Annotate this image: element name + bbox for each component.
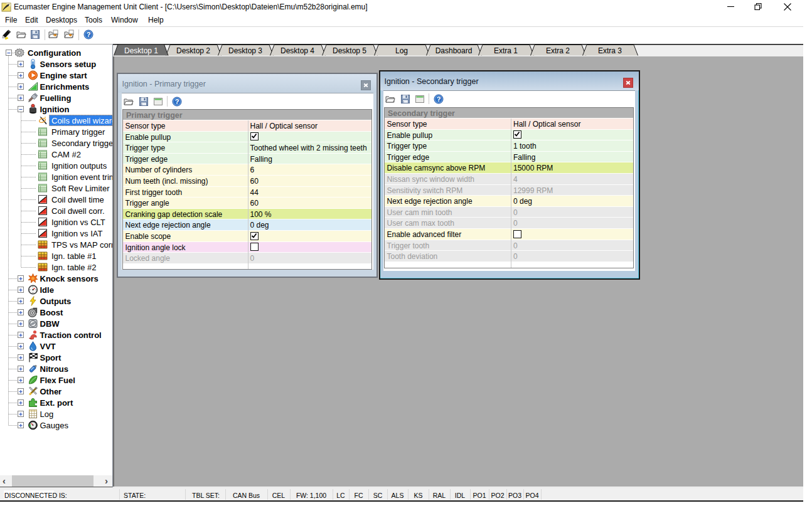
svg-text:Engine start: Engine start xyxy=(40,71,88,80)
svg-text:Boost: Boost xyxy=(40,308,64,317)
svg-text:Ext. port: Ext. port xyxy=(40,398,73,408)
svg-text:Idle: Idle xyxy=(40,285,54,295)
svg-text:Ign. table #2: Ign. table #2 xyxy=(51,263,97,272)
svg-text:Gauges: Gauges xyxy=(40,421,69,430)
svg-text:Primary trigger: Primary trigger xyxy=(51,127,105,137)
svg-text:Desktop 3: Desktop 3 xyxy=(228,46,262,55)
svg-text:Enrichments: Enrichments xyxy=(40,82,90,92)
svg-text:Coils dwell wizard: Coils dwell wizard xyxy=(51,116,112,125)
svg-text:Sport: Sport xyxy=(40,353,62,362)
svg-text:Desktop 5: Desktop 5 xyxy=(333,46,366,55)
svg-text:Other: Other xyxy=(40,387,62,396)
svg-text:Configuration: Configuration xyxy=(28,48,81,58)
svg-text:Ignition event trim: Ignition event trim xyxy=(51,172,112,182)
svg-text:VVT: VVT xyxy=(40,342,56,351)
svg-text:Fuelling: Fuelling xyxy=(40,93,72,103)
svg-text:Ign. table #1: Ign. table #1 xyxy=(51,251,97,261)
svg-text:Nitrous: Nitrous xyxy=(40,364,69,374)
svg-text:Desktop 4: Desktop 4 xyxy=(280,46,314,55)
svg-text:Desktop 2: Desktop 2 xyxy=(176,46,210,55)
svg-text:Extra 2: Extra 2 xyxy=(546,46,570,55)
svg-text:Log: Log xyxy=(40,409,54,419)
svg-text:Ignition outputs: Ignition outputs xyxy=(51,161,107,171)
svg-text:Ignition vs IAT: Ignition vs IAT xyxy=(51,229,102,238)
svg-text:Desktop 1: Desktop 1 xyxy=(124,46,158,55)
svg-text:Extra 3: Extra 3 xyxy=(598,46,622,55)
svg-text:DBW: DBW xyxy=(40,319,60,329)
svg-text:Ignition vs CLT: Ignition vs CLT xyxy=(51,218,105,227)
svg-text:Sensors setup: Sensors setup xyxy=(40,60,97,69)
svg-text:Ignition: Ignition xyxy=(40,105,70,114)
svg-text:Coil dwell time: Coil dwell time xyxy=(51,195,104,204)
svg-text:Flex Fuel: Flex Fuel xyxy=(40,376,75,385)
svg-text:Outputs: Outputs xyxy=(40,297,72,306)
svg-text:Dashboard: Dashboard xyxy=(435,46,473,55)
svg-text:Secondary trigger: Secondary trigger xyxy=(51,139,112,148)
svg-text:Soft Rev Limiter: Soft Rev Limiter xyxy=(51,184,110,193)
svg-text:Coil dwell corr.: Coil dwell corr. xyxy=(51,206,105,216)
svg-text:TPS vs MAP corr: TPS vs MAP corr xyxy=(51,240,112,250)
svg-text:CAM #2: CAM #2 xyxy=(51,150,81,159)
svg-text:Traction control: Traction control xyxy=(40,330,102,340)
svg-text:Extra 1: Extra 1 xyxy=(494,46,518,55)
svg-text:Knock sensors: Knock sensors xyxy=(40,274,99,283)
svg-text:Log: Log xyxy=(395,46,408,55)
